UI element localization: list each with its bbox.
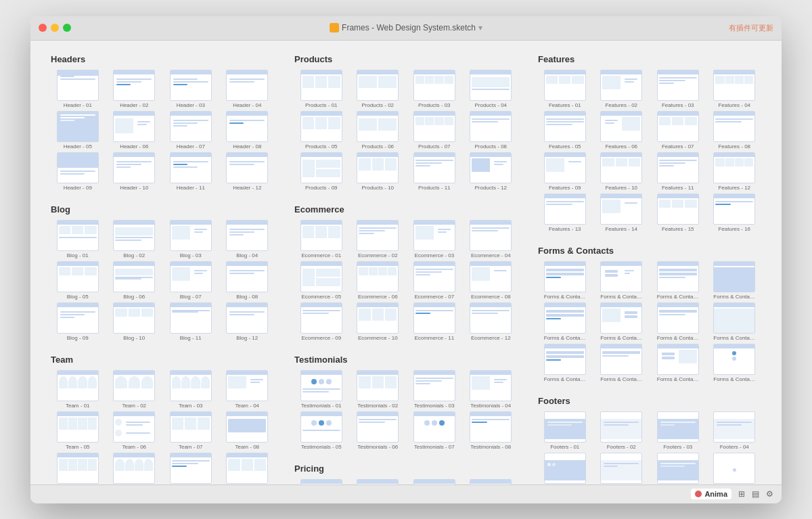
list-item[interactable]: Header - 11 [164,152,218,191]
list-item[interactable]: Features - 06 [595,111,649,150]
list-item[interactable]: Ecommerce - 07 [407,261,461,300]
list-item[interactable]: Team - 05 [51,411,105,450]
list-item[interactable]: Features - 13 [538,194,592,232]
list-item[interactable]: Team - 08 [221,411,275,450]
list-item[interactable]: Header - 05 [51,111,105,150]
list-item[interactable]: Ecommerce - 03 [407,220,461,258]
list-item[interactable]: Features - 03 [651,70,705,108]
minimize-button[interactable] [51,24,59,32]
list-item[interactable]: Ecommerce - 11 [407,302,461,341]
list-item[interactable]: Products - 11 [407,152,461,191]
list-item[interactable]: Pricing - 03 [407,479,461,484]
list-item[interactable]: Features - 07 [651,111,705,150]
list-item[interactable]: Team - 03 [164,370,218,409]
list-item[interactable]: Features - 08 [708,111,762,150]
list-item[interactable]: Ecommerce - 05 [294,261,348,300]
list-item[interactable]: Blog - 11 [164,302,218,341]
list-item[interactable]: Ecommerce - 02 [351,220,405,258]
list-item[interactable]: Products - 09 [294,152,348,191]
list-item[interactable]: Footers - 02 [595,411,649,450]
list-item[interactable]: Forms & Contacts - 04 [708,261,762,300]
list-item[interactable]: Header - 03 [164,70,218,108]
list-item[interactable]: Footers - 01 [538,411,592,450]
list-item[interactable]: Ecommerce - 12 [464,302,518,341]
list-item[interactable]: Team - 11 [164,453,218,484]
list-item[interactable]: Ecommerce - 01 [294,220,348,258]
list-item[interactable]: Ecommerce - 10 [351,302,405,341]
list-item[interactable]: Forms & Contacts - 07 [651,302,705,341]
list-item[interactable]: Team - 10 [108,453,162,484]
list-item[interactable]: Testimonials - 08 [464,411,518,450]
list-item[interactable]: Header - 09 [51,152,105,191]
list-item[interactable]: Products - 07 [407,111,461,150]
list-item[interactable]: Footers - 06 [595,453,649,484]
list-item[interactable]: Features - 01 [538,70,592,108]
list-item[interactable]: Testimonials - 04 [464,370,518,409]
list-item[interactable]: Products - 03 [407,70,461,108]
close-button[interactable] [39,24,47,32]
list-item[interactable]: Features - 02 [595,70,649,108]
list-item[interactable]: Header - 10 [108,152,162,191]
list-item[interactable]: Team - 07 [164,411,218,450]
list-item[interactable]: Ecommerce - 04 [464,220,518,258]
list-item[interactable]: Blog - 07 [164,261,218,300]
list-item[interactable]: Blog - 06 [108,261,162,300]
list-item[interactable]: Ecommerce - 06 [351,261,405,300]
list-item[interactable]: Blog - 12 [221,302,275,341]
list-item[interactable]: Blog - 08 [221,261,275,300]
list-item[interactable]: Header - 07 [164,111,218,150]
maximize-button[interactable] [63,24,71,32]
list-item[interactable]: Products - 08 [464,111,518,150]
list-item[interactable]: Team - 04 [221,370,275,409]
list-item[interactable]: Header - 08 [221,111,275,150]
list-item[interactable]: Products - 06 [351,111,405,150]
list-item[interactable]: Header - 02 [108,70,162,108]
list-item[interactable]: Forms & Contacts - 05 [538,302,592,341]
list-item[interactable]: Testimonials - 01 [294,370,348,409]
list-item[interactable]: Testimonials - 06 [351,411,405,450]
list-item[interactable]: Features - 14 [595,194,649,232]
dropdown-chevron[interactable]: ▾ [478,23,482,32]
list-item[interactable]: Blog - 05 [51,261,105,300]
list-item[interactable]: Team - 12 [221,453,275,484]
list-item[interactable]: Header - 06 [108,111,162,150]
list-item[interactable]: Team - 02 [108,370,162,409]
list-item[interactable]: Pricing - 04 [464,479,518,484]
list-item[interactable]: Features - 11 [651,152,705,191]
list-item[interactable]: Pricing - 01 [294,479,348,484]
list-item[interactable]: Blog - 04 [221,220,275,258]
list-item[interactable]: Forms & Contacts - 03 [651,261,705,300]
list-item[interactable]: Team - 06 [108,411,162,450]
list-item[interactable]: Forms & Contacts - 12 [708,344,762,382]
list-item[interactable]: Pricing - 02 [351,479,405,484]
list-item[interactable]: Features - 12 [708,152,762,191]
list-item[interactable]: Team - 09 [51,453,105,484]
list-item[interactable]: Products - 04 [464,70,518,108]
list-item[interactable]: Ecommerce - 09 [294,302,348,341]
list-item[interactable]: Testimonials - 07 [407,411,461,450]
list-item[interactable]: Products - 05 [294,111,348,150]
list-item[interactable]: Features - 16 [708,194,762,232]
list-item[interactable]: Forms & Contacts - 01 [538,261,592,300]
list-item[interactable]: Blog - 03 [164,220,218,258]
list-item[interactable]: Blog - 09 [51,302,105,341]
list-item[interactable]: Features - 05 [538,111,592,150]
list-item[interactable]: Blog - 01 [51,220,105,258]
list-item[interactable]: Blog - 10 [108,302,162,341]
list-item[interactable]: Forms & Contacts - 08 [708,302,762,341]
list-item[interactable]: Footers - 08 [708,453,762,484]
list-item[interactable]: Footers - 05 [538,453,592,484]
list-item[interactable]: Forms & Contacts - 10 [595,344,649,382]
list-item[interactable]: Ecommerce - 08 [464,261,518,300]
list-item[interactable]: Features - 04 [708,70,762,108]
list-item[interactable]: Products - 12 [464,152,518,191]
list-item[interactable]: Products - 10 [351,152,405,191]
list-item[interactable]: Footers - 04 [708,411,762,450]
list-item[interactable]: Team - 01 [51,370,105,409]
list-item[interactable]: Footers - 03 [651,411,705,450]
settings-icon[interactable]: ⚙ [765,488,775,500]
list-item[interactable]: Forms & Contacts - 09 [538,344,592,382]
list-item[interactable]: Testimonials - 05 [294,411,348,450]
list-item[interactable]: Testimonials - 02 [351,370,405,409]
list-item[interactable]: Features - 10 [595,152,649,191]
